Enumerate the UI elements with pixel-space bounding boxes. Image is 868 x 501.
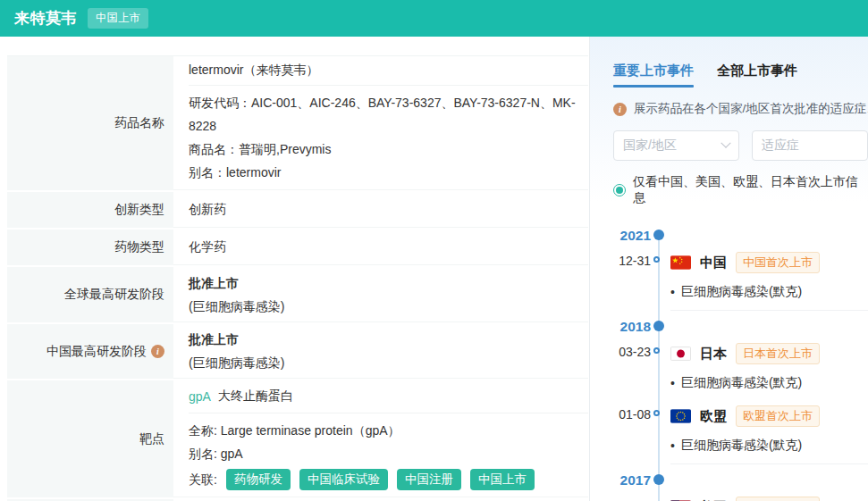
innovation-type-value: 创新药 [189, 202, 588, 218]
table-row-drug-name: 药品名称 letermovir（来特莫韦） 研发代码：AIC-001、AIC-2… [7, 56, 588, 190]
page-title: 来特莫韦 [14, 8, 77, 29]
event-node-icon [653, 410, 660, 416]
market-status-badge: 中国上市 [88, 8, 148, 29]
row-label: 创新类型 [7, 192, 173, 228]
timeline-group: 2017 11-08 美国 美国首次上市 巨细胞病毒感染(默克) [613, 463, 868, 501]
row-label: 中国最高研发阶段 i [7, 324, 173, 379]
drug-alias: 别名：letermovir [189, 161, 588, 184]
chevron-down-icon [721, 138, 730, 148]
timeline-event: 01-08 欧盟 欧盟首次上市 [613, 405, 868, 427]
first-launch-filter: 仅看中国、美国、欧盟、日本首次上市信息 [613, 174, 868, 206]
target-name: 大终止酶蛋白 [218, 388, 293, 405]
drug-name-primary: letermovir（来特莫韦） [189, 56, 588, 86]
timeline-year: 2017 [613, 472, 651, 488]
japan-flag-icon [670, 347, 691, 361]
first-launch-badge: 日本首次上市 [736, 343, 820, 364]
indication-select[interactable]: 适应症 [752, 130, 868, 161]
timeline-event: 03-23 日本 日本首次上市 [613, 343, 868, 364]
event-node-icon [653, 347, 660, 354]
related-china-trials-button[interactable]: 中国临床试验 [299, 469, 388, 490]
related-china-market-button[interactable]: 中国上市 [470, 469, 535, 490]
event-date: 03-23 [613, 345, 651, 359]
event-indication: 巨细胞病毒感染(默克) [613, 375, 868, 391]
table-row-global-stage: 全球最高研发阶段 批准上市 (巨细胞病毒感染) [7, 267, 588, 322]
market-events-panel: 重要上市事件 全部上市事件 i 展示药品在各个国家/地区首次批准的适应症、 国家… [589, 37, 868, 501]
drug-trade-name: 商品名：普瑞明,Prevymis [189, 138, 588, 161]
drug-info-table: 药品名称 letermovir（来特莫韦） 研发代码：AIC-001、AIC-2… [7, 55, 588, 501]
event-indication: 巨细胞病毒感染(默克) [613, 284, 868, 300]
timeline-event: 12-31 中国 中国首次上市 [613, 252, 868, 273]
timeline-group: 2018 03-23 日本 日本首次上市 巨细胞病毒感染(默克) [613, 310, 868, 454]
first-launch-badge: 美国首次上市 [736, 497, 820, 501]
target-alias: 别名: gpA [189, 442, 588, 465]
events-tabs: 重要上市事件 全部上市事件 [613, 63, 868, 88]
row-label: 靶点 [7, 380, 173, 497]
country-select[interactable]: 国家/地区 [613, 130, 739, 161]
event-indication: 巨细胞病毒感染(默克) [613, 438, 868, 454]
events-filters: 国家/地区 适应症 [613, 130, 868, 161]
info-icon: i [613, 103, 627, 116]
china-flag-icon [670, 255, 691, 270]
tab-all-events[interactable]: 全部上市事件 [717, 63, 797, 88]
first-launch-badge: 欧盟首次上市 [736, 405, 820, 427]
target-gene-link[interactable]: gpA [189, 389, 211, 404]
row-label: 药物类型 [7, 230, 173, 265]
global-stage-indication: (巨细胞病毒感染) [189, 295, 588, 318]
table-row-target: 靶点 gpA 大终止酶蛋白 全称: Large terminase protei… [7, 380, 588, 497]
year-dot-icon [653, 321, 664, 331]
info-icon[interactable]: i [151, 345, 164, 358]
related-china-registration-button[interactable]: 中国注册 [397, 469, 461, 490]
drug-type-value: 化学药 [189, 239, 588, 255]
events-info-note: i 展示药品在各个国家/地区首次批准的适应症、 [613, 101, 868, 117]
radio-label: 仅看中国、美国、欧盟、日本首次上市信息 [633, 174, 868, 206]
event-country: 中国 [700, 255, 727, 271]
timeline-year: 2021 [613, 228, 651, 244]
related-label: 关联: [189, 468, 217, 491]
timeline-event: 11-08 美国 美国首次上市 [613, 497, 868, 501]
tab-important-events[interactable]: 重要上市事件 [613, 63, 694, 88]
year-dot-icon [653, 474, 664, 485]
table-row-drug-type: 药物类型 化学药 [7, 230, 588, 265]
china-stage-indication: (巨细胞病毒感染) [189, 351, 588, 374]
timeline-divider [670, 310, 868, 311]
target-full-name: 全称: Large terminase protein（gpA） [189, 419, 588, 442]
timeline-divider [670, 463, 868, 464]
table-row-innovation-type: 创新类型 创新药 [7, 192, 588, 228]
row-label: 药品名称 [7, 56, 173, 190]
event-country: 欧盟 [700, 408, 727, 425]
launch-timeline: 2021 12-31 中国 中国首次上市 巨细胞病毒感染(默克) [613, 228, 868, 501]
china-stage-value: 批准上市 [189, 328, 588, 351]
event-date: 01-08 [613, 407, 651, 422]
eu-flag-icon [670, 409, 691, 423]
page-header: 来特莫韦 中国上市 [0, 0, 868, 37]
radio-selected-icon[interactable] [613, 184, 626, 196]
event-node-icon [653, 256, 660, 263]
related-drug-rd-button[interactable]: 药物研发 [226, 469, 291, 490]
table-row-china-stage: 中国最高研发阶段 i 批准上市 (巨细胞病毒感染) [7, 324, 588, 379]
row-label: 全球最高研发阶段 [7, 267, 173, 322]
drug-dev-code: 研发代码：AIC-001、AIC-246、BAY-73-6327、BAY-73-… [189, 91, 588, 138]
global-stage-value: 批准上市 [189, 271, 588, 295]
event-country: 日本 [700, 346, 727, 363]
event-date: 12-31 [613, 254, 651, 268]
timeline-group: 2021 12-31 中国 中国首次上市 巨细胞病毒感染(默克) [613, 228, 868, 300]
timeline-year: 2018 [613, 319, 651, 335]
first-launch-badge: 中国首次上市 [736, 252, 820, 273]
year-dot-icon [653, 230, 664, 240]
